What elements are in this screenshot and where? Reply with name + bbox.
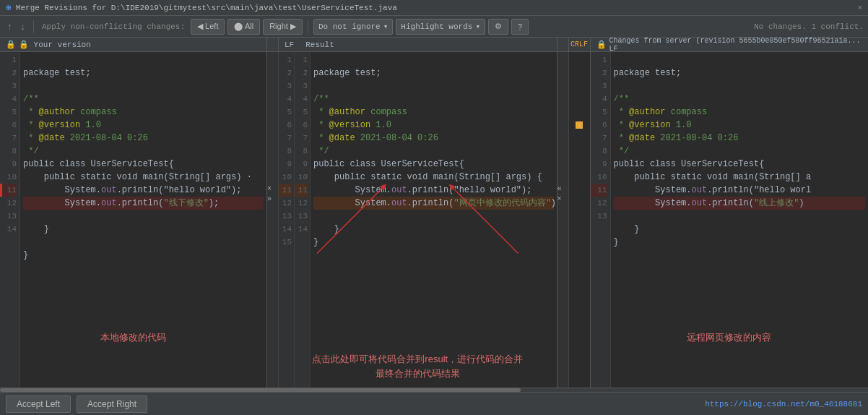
merge-icon: ⊕	[6, 2, 12, 14]
scroll-bar[interactable]	[0, 388, 868, 392]
left-annotation: 本地修改的代码	[100, 331, 166, 344]
toolbar-separator-2	[308, 20, 308, 33]
status-text: No changes. 1 conflict.	[754, 22, 864, 31]
accept-right-button[interactable]: Accept Right	[77, 395, 147, 413]
next-conflict-button[interactable]: ↓	[18, 20, 29, 33]
crlf-header: CRLF	[569, 38, 591, 51]
merge-panels: 12345 678910 11 121314 package test; /**…	[0, 52, 868, 388]
right-line-numbers: 12345 678910 11 1213	[591, 52, 611, 388]
title-bar: ⊕ Merge Revisions for D:\IDE2019\gitmyte…	[0, 0, 868, 16]
center-code[interactable]: package test; /** * @author compass * @v…	[311, 52, 557, 388]
center-line-numbers-left: 12345 678910 11 12131415	[279, 52, 295, 388]
highlight-dropdown[interactable]: Highlight words ▾	[396, 19, 485, 35]
left-line-numbers: 12345 678910 11 121314	[0, 52, 20, 388]
bottom-bar: Accept Left Accept Right https://blog.cs…	[0, 392, 868, 415]
accept-left-button[interactable]: Accept Left	[6, 395, 71, 413]
close-button[interactable]: ×	[857, 4, 862, 12]
right-gutter-conflict: « ×	[557, 184, 568, 204]
prev-conflict-button[interactable]: ↑	[4, 20, 15, 33]
left-gutter-conflict: × »	[267, 184, 278, 204]
apply-left-button[interactable]: ◀ Left	[191, 19, 225, 35]
center-arrow-text: 点击此处即可将代码合并到result，进行代码的合并	[312, 353, 523, 366]
left-conflict-marker	[0, 184, 2, 197]
left-gutter-header	[267, 38, 279, 51]
help-button[interactable]: ?	[511, 19, 529, 35]
ignore-dropdown[interactable]: Do not ignore ▾	[313, 19, 393, 35]
toolbar: ↑ ↓ Apply non-conflicting changes: ◀ Lef…	[0, 16, 868, 38]
scroll-thumb[interactable]	[0, 388, 521, 392]
lock-icon-left: 🔒	[6, 40, 16, 49]
right-annotation: 远程网页修改的内容	[687, 331, 771, 344]
csdn-link[interactable]: https://blog.csdn.net/m0_46188681	[705, 400, 862, 408]
apply-all-button[interactable]: ⬤ All	[227, 19, 260, 35]
left-panel-header: 🔒 🔒 Your version	[0, 38, 267, 51]
crlf-marker	[576, 121, 583, 129]
right-panel-header: 🔒 Changes from server (revision 5655b0e8…	[591, 38, 869, 51]
center-annotation: 最终合并的代码结果	[376, 367, 460, 380]
lock-icon-right: 🔒	[596, 40, 607, 49]
left-panel[interactable]: 12345 678910 11 121314 package test; /**…	[0, 52, 267, 388]
left-gutter: × »	[267, 52, 279, 388]
settings-button[interactable]: ⚙	[488, 19, 508, 35]
toolbar-separator-1	[33, 20, 34, 33]
center-line-numbers-right: 12345 678910 11 121314	[295, 52, 311, 388]
apply-right-button[interactable]: Right ▶	[263, 19, 303, 35]
crlf-column	[569, 52, 591, 388]
center-panel-header: LF Result	[279, 38, 557, 51]
right-panel[interactable]: 12345 678910 11 1213 package test; /** *…	[591, 52, 869, 388]
title-text: Merge Revisions for D:\IDE2019\gitmytest…	[16, 4, 397, 12]
right-gutter: « ×	[557, 52, 569, 388]
apply-label: Apply non-conflicting changes:	[39, 22, 188, 31]
right-gutter-header	[557, 38, 569, 51]
center-panel[interactable]: 12345 678910 11 12131415 12345 678910 11…	[279, 52, 557, 388]
